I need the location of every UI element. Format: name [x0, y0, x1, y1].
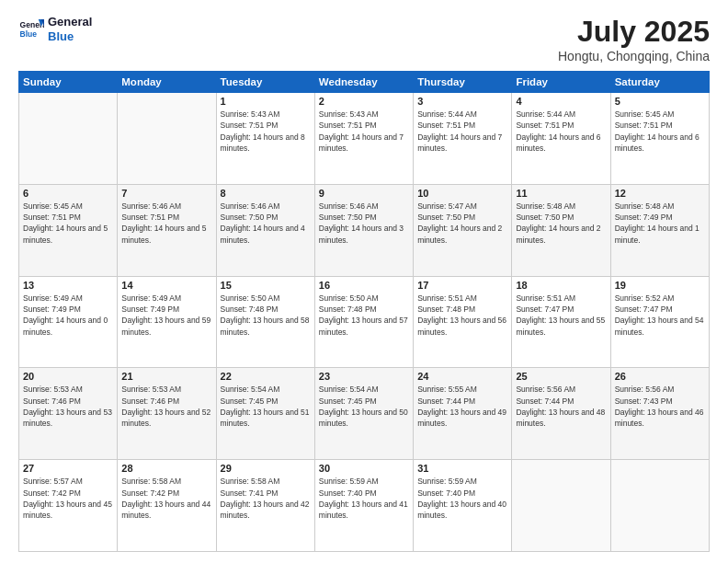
calendar-cell: 2 Sunrise: 5:43 AMSunset: 7:51 PMDayligh… [314, 93, 413, 185]
svg-text:Blue: Blue [20, 29, 38, 38]
calendar-cell: 4 Sunrise: 5:44 AMSunset: 7:51 PMDayligh… [512, 93, 610, 185]
day-detail: Sunrise: 5:57 AMSunset: 7:42 PMDaylight:… [23, 476, 113, 521]
day-detail: Sunrise: 5:52 AMSunset: 7:47 PMDaylight:… [615, 293, 705, 338]
day-number: 10 [417, 188, 507, 199]
calendar-week-row: 20 Sunrise: 5:53 AMSunset: 7:46 PMDaylig… [19, 368, 710, 460]
col-thursday: Thursday [414, 72, 512, 93]
col-monday: Monday [118, 72, 216, 93]
day-number: 29 [221, 463, 311, 474]
day-detail: Sunrise: 5:53 AMSunset: 7:46 PMDaylight:… [121, 384, 211, 429]
day-number: 30 [319, 463, 409, 474]
calendar-cell: 21 Sunrise: 5:53 AMSunset: 7:46 PMDaylig… [118, 368, 216, 460]
day-detail: Sunrise: 5:43 AMSunset: 7:51 PMDaylight:… [221, 109, 311, 154]
subtitle: Hongtu, Chongqing, China [558, 49, 710, 63]
calendar-cell: 23 Sunrise: 5:54 AMSunset: 7:45 PMDaylig… [314, 368, 413, 460]
day-number: 21 [121, 371, 211, 382]
day-number: 24 [417, 371, 507, 382]
day-detail: Sunrise: 5:43 AMSunset: 7:51 PMDaylight:… [319, 109, 409, 154]
day-detail: Sunrise: 5:46 AMSunset: 7:50 PMDaylight:… [319, 201, 409, 246]
day-number: 17 [417, 280, 507, 291]
day-number: 27 [23, 463, 113, 474]
day-detail: Sunrise: 5:45 AMSunset: 7:51 PMDaylight:… [23, 201, 113, 246]
day-number: 11 [516, 188, 606, 199]
calendar-header-row: Sunday Monday Tuesday Wednesday Thursday… [19, 72, 710, 93]
calendar-cell: 22 Sunrise: 5:54 AMSunset: 7:45 PMDaylig… [216, 368, 314, 460]
logo: General Blue General Blue [18, 15, 92, 43]
calendar-cell: 11 Sunrise: 5:48 AMSunset: 7:50 PMDaylig… [512, 184, 610, 276]
day-detail: Sunrise: 5:44 AMSunset: 7:51 PMDaylight:… [516, 109, 606, 154]
calendar-cell: 5 Sunrise: 5:45 AMSunset: 7:51 PMDayligh… [610, 93, 709, 185]
day-number: 13 [23, 280, 113, 291]
day-number: 28 [121, 463, 211, 474]
day-number: 26 [615, 371, 705, 382]
calendar-cell: 12 Sunrise: 5:48 AMSunset: 7:49 PMDaylig… [610, 184, 709, 276]
day-number: 4 [516, 96, 606, 107]
col-tuesday: Tuesday [216, 72, 314, 93]
calendar-cell: 18 Sunrise: 5:51 AMSunset: 7:47 PMDaylig… [512, 276, 610, 368]
day-detail: Sunrise: 5:48 AMSunset: 7:50 PMDaylight:… [516, 201, 606, 246]
calendar-cell: 28 Sunrise: 5:58 AMSunset: 7:42 PMDaylig… [118, 460, 216, 552]
day-number: 3 [417, 96, 507, 107]
logo-icon: General Blue [18, 17, 44, 42]
calendar-cell: 29 Sunrise: 5:58 AMSunset: 7:41 PMDaylig… [216, 460, 314, 552]
title-block: July 2025 Hongtu, Chongqing, China [558, 15, 710, 63]
calendar-cell [610, 460, 709, 552]
col-saturday: Saturday [610, 72, 709, 93]
calendar-week-row: 1 Sunrise: 5:43 AMSunset: 7:51 PMDayligh… [19, 93, 710, 185]
day-number: 31 [417, 463, 507, 474]
day-detail: Sunrise: 5:46 AMSunset: 7:51 PMDaylight:… [121, 201, 211, 246]
day-number: 18 [516, 280, 606, 291]
calendar-cell: 25 Sunrise: 5:56 AMSunset: 7:44 PMDaylig… [512, 368, 610, 460]
calendar-cell: 24 Sunrise: 5:55 AMSunset: 7:44 PMDaylig… [414, 368, 512, 460]
calendar-cell [512, 460, 610, 552]
calendar-week-row: 6 Sunrise: 5:45 AMSunset: 7:51 PMDayligh… [19, 184, 710, 276]
col-friday: Friday [512, 72, 610, 93]
day-detail: Sunrise: 5:44 AMSunset: 7:51 PMDaylight:… [417, 109, 507, 154]
calendar-cell [19, 93, 118, 185]
day-number: 7 [121, 188, 211, 199]
calendar-cell: 31 Sunrise: 5:59 AMSunset: 7:40 PMDaylig… [414, 460, 512, 552]
day-number: 15 [221, 280, 311, 291]
calendar-cell: 19 Sunrise: 5:52 AMSunset: 7:47 PMDaylig… [610, 276, 709, 368]
day-detail: Sunrise: 5:50 AMSunset: 7:48 PMDaylight:… [221, 293, 311, 338]
day-detail: Sunrise: 5:54 AMSunset: 7:45 PMDaylight:… [319, 384, 409, 429]
calendar-cell: 20 Sunrise: 5:53 AMSunset: 7:46 PMDaylig… [19, 368, 118, 460]
main-title: July 2025 [558, 15, 710, 49]
day-detail: Sunrise: 5:51 AMSunset: 7:48 PMDaylight:… [417, 293, 507, 338]
calendar-cell: 3 Sunrise: 5:44 AMSunset: 7:51 PMDayligh… [414, 93, 512, 185]
day-detail: Sunrise: 5:56 AMSunset: 7:43 PMDaylight:… [615, 384, 705, 429]
day-detail: Sunrise: 5:59 AMSunset: 7:40 PMDaylight:… [319, 476, 409, 521]
day-number: 9 [319, 188, 409, 199]
day-detail: Sunrise: 5:49 AMSunset: 7:49 PMDaylight:… [121, 293, 211, 338]
calendar-week-row: 27 Sunrise: 5:57 AMSunset: 7:42 PMDaylig… [19, 460, 710, 552]
calendar-cell: 6 Sunrise: 5:45 AMSunset: 7:51 PMDayligh… [19, 184, 118, 276]
day-detail: Sunrise: 5:46 AMSunset: 7:50 PMDaylight:… [221, 201, 311, 246]
calendar-week-row: 13 Sunrise: 5:49 AMSunset: 7:49 PMDaylig… [19, 276, 710, 368]
calendar-cell: 16 Sunrise: 5:50 AMSunset: 7:48 PMDaylig… [314, 276, 413, 368]
calendar-cell: 14 Sunrise: 5:49 AMSunset: 7:49 PMDaylig… [118, 276, 216, 368]
day-detail: Sunrise: 5:51 AMSunset: 7:47 PMDaylight:… [516, 293, 606, 338]
day-detail: Sunrise: 5:58 AMSunset: 7:41 PMDaylight:… [221, 476, 311, 521]
calendar-cell: 15 Sunrise: 5:50 AMSunset: 7:48 PMDaylig… [216, 276, 314, 368]
day-detail: Sunrise: 5:50 AMSunset: 7:48 PMDaylight:… [319, 293, 409, 338]
calendar-cell: 13 Sunrise: 5:49 AMSunset: 7:49 PMDaylig… [19, 276, 118, 368]
calendar-cell: 26 Sunrise: 5:56 AMSunset: 7:43 PMDaylig… [610, 368, 709, 460]
day-number: 22 [221, 371, 311, 382]
logo-text: General Blue [48, 15, 92, 43]
calendar-cell: 8 Sunrise: 5:46 AMSunset: 7:50 PMDayligh… [216, 184, 314, 276]
calendar-cell: 30 Sunrise: 5:59 AMSunset: 7:40 PMDaylig… [314, 460, 413, 552]
page: General Blue General Blue July 2025 Hong… [0, 0, 728, 563]
day-detail: Sunrise: 5:58 AMSunset: 7:42 PMDaylight:… [121, 476, 211, 521]
calendar-cell: 27 Sunrise: 5:57 AMSunset: 7:42 PMDaylig… [19, 460, 118, 552]
day-number: 12 [615, 188, 705, 199]
col-wednesday: Wednesday [314, 72, 413, 93]
day-detail: Sunrise: 5:55 AMSunset: 7:44 PMDaylight:… [417, 384, 507, 429]
calendar-cell: 9 Sunrise: 5:46 AMSunset: 7:50 PMDayligh… [314, 184, 413, 276]
calendar-cell [118, 93, 216, 185]
header: General Blue General Blue July 2025 Hong… [18, 15, 710, 63]
day-number: 19 [615, 280, 705, 291]
day-number: 14 [121, 280, 211, 291]
day-number: 23 [319, 371, 409, 382]
day-detail: Sunrise: 5:49 AMSunset: 7:49 PMDaylight:… [23, 293, 113, 338]
calendar-table: Sunday Monday Tuesday Wednesday Thursday… [18, 71, 710, 552]
